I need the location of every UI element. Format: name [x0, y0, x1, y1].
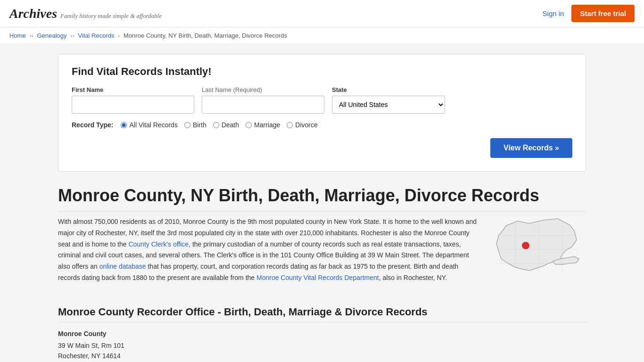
radio-label-all: All Vital Records	[129, 121, 177, 129]
required-text: (Required)	[233, 86, 262, 93]
breadcrumb-vital-records[interactable]: Vital Records	[78, 32, 114, 39]
radio-all[interactable]	[121, 122, 127, 128]
sign-in-link[interactable]: Sign in	[543, 9, 564, 17]
state-label: State	[332, 86, 445, 93]
search-box: Find Vital Records Instantly! First Name…	[58, 54, 586, 172]
radio-birth[interactable]	[184, 122, 190, 128]
breadcrumb-sep1: ››	[29, 32, 35, 39]
state-select[interactable]: All United StatesAlabamaAlaskaArizonaArk…	[332, 96, 445, 114]
start-trial-button[interactable]: Start free trial	[571, 5, 635, 22]
search-title: Find Vital Records Instantly!	[72, 66, 572, 78]
online-db-link[interactable]: online database	[99, 263, 146, 270]
header-right: Sign in Start free trial	[543, 5, 635, 22]
breadcrumb-home[interactable]: Home	[9, 32, 26, 39]
first-name-input[interactable]	[72, 96, 194, 114]
radio-item-all[interactable]: All Vital Records	[121, 121, 177, 129]
breadcrumb-current: Monroe County, NY Birth, Death, Marriage…	[124, 32, 287, 39]
page-title: Monroe County, NY Birth, Death, Marriage…	[58, 186, 586, 212]
content-area: With almost 750,000 residents as of 2010…	[58, 216, 586, 292]
tagline: Family history made simple & affordable	[60, 12, 162, 19]
radio-label-marriage: Marriage	[254, 121, 280, 129]
main-content: Find Vital Records Instantly! First Name…	[49, 54, 595, 362]
recorder-title: Monroe County Recorder Office - Birth, D…	[58, 306, 586, 322]
last-name-input[interactable]	[202, 96, 324, 114]
office-card: Monroe County 39 W Main St, Rm 101 Roche…	[58, 330, 586, 362]
state-group: State All United StatesAlabamaAlaskaAriz…	[332, 86, 445, 114]
intro-paragraph: With almost 750,000 residents as of 2010…	[58, 216, 478, 284]
radio-item-marriage[interactable]: Marriage	[246, 121, 280, 129]
radio-divorce[interactable]	[287, 122, 293, 128]
record-type-label: Record Type:	[72, 121, 113, 129]
content-text: With almost 750,000 residents as of 2010…	[58, 216, 478, 292]
view-records-button[interactable]: View Records »	[490, 138, 572, 158]
vital-records-dept-link[interactable]: Monroe County Vital Records Department	[256, 274, 379, 281]
ny-map	[492, 216, 586, 292]
last-name-label: Last Name (Required)	[202, 86, 324, 93]
header-left: Archives Family history made simple & af…	[9, 6, 162, 21]
radio-item-birth[interactable]: Birth	[184, 121, 206, 129]
radio-death[interactable]	[213, 122, 219, 128]
header: Archives Family history made simple & af…	[0, 0, 644, 27]
radio-label-divorce: Divorce	[295, 121, 317, 129]
ny-state-map	[492, 216, 586, 292]
county-clerk-link[interactable]: County Clerk's office	[128, 240, 189, 248]
radio-item-death[interactable]: Death	[213, 121, 239, 129]
radio-group: All Vital RecordsBirthDeathMarriageDivor…	[121, 121, 317, 129]
office-address-line1: 39 W Main St, Rm 101	[58, 342, 124, 349]
radio-item-divorce[interactable]: Divorce	[287, 121, 317, 129]
radio-label-birth: Birth	[193, 121, 206, 129]
office-address-line2: Rochester, NY 14614	[58, 352, 121, 360]
btn-row: View Records »	[72, 138, 572, 158]
svg-point-2	[522, 242, 529, 249]
record-type-row: Record Type: All Vital RecordsBirthDeath…	[72, 121, 572, 129]
radio-marriage[interactable]	[246, 122, 252, 128]
office-name: Monroe County	[58, 330, 586, 337]
first-name-group: First Name	[72, 86, 194, 114]
radio-label-death: Death	[222, 121, 239, 129]
breadcrumb-sep2: ››	[70, 32, 76, 39]
recorder-section: Monroe County Recorder Office - Birth, D…	[58, 306, 586, 362]
first-name-label: First Name	[72, 86, 194, 93]
archives-logo: Archives Family history made simple & af…	[9, 6, 162, 21]
breadcrumb-genealogy[interactable]: Genealogy	[37, 32, 67, 39]
breadcrumb-sep3: ›	[118, 32, 122, 39]
last-name-group: Last Name (Required)	[202, 86, 324, 114]
search-fields: First Name Last Name (Required) State Al…	[72, 86, 572, 114]
breadcrumb: Home ›› Genealogy ›› Vital Records › Mon…	[0, 27, 644, 44]
